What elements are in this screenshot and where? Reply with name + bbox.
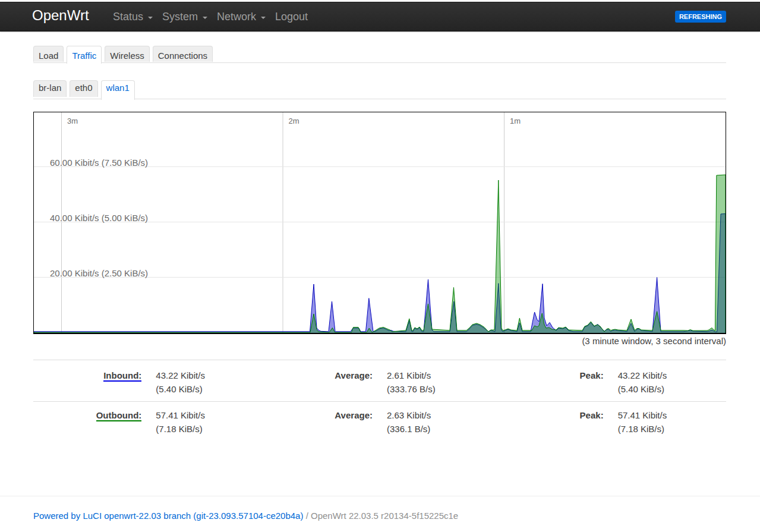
svg-text:1m: 1m	[510, 117, 521, 125]
svg-text:40.00 Kibit/s (5.00 KiB/s): 40.00 Kibit/s (5.00 KiB/s)	[50, 213, 148, 223]
svg-text:60.00 Kibit/s (7.50 KiB/s): 60.00 Kibit/s (7.50 KiB/s)	[50, 158, 148, 168]
svg-text:3m: 3m	[67, 117, 78, 125]
svg-text:2m: 2m	[289, 117, 299, 125]
svg-text:20.00 Kibit/s (2.50 KiB/s): 20.00 Kibit/s (2.50 KiB/s)	[50, 268, 148, 278]
